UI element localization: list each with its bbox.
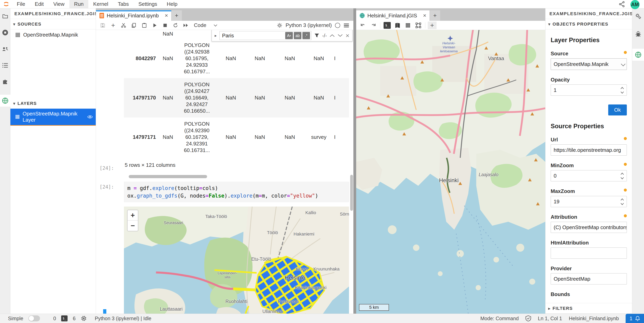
files-icon[interactable] [2, 13, 8, 19]
property-inspector-icon[interactable] [635, 13, 642, 19]
table-cell: 14797170 [124, 91, 158, 104]
map-label: Seurasaari [164, 221, 183, 225]
close-search-icon[interactable]: × [346, 32, 350, 39]
url-input[interactable]: https://tile.openstreetmap.org [551, 144, 627, 156]
panel-splitter[interactable] [354, 8, 356, 314]
zoom-out-button[interactable]: − [128, 221, 138, 231]
new-raster-layer-button[interactable] [404, 21, 412, 29]
redo-button[interactable] [369, 21, 378, 29]
menu-view[interactable]: View [48, 0, 69, 8]
filter-icon[interactable] [314, 33, 320, 38]
basemap-gallery-button[interactable] [393, 21, 402, 29]
new-vector-layer-button[interactable] [414, 21, 423, 29]
kernel-status-text[interactable]: Python 3 (ipykernel) | Idle [95, 316, 151, 322]
map-zoom-control[interactable]: + − [127, 210, 138, 231]
map-label: Hakaniemi [294, 232, 314, 237]
mode-indicator[interactable]: Mode: Command [480, 316, 519, 322]
filters-section-header[interactable]: ▸ FILTERS [546, 303, 632, 314]
search-expand-icon[interactable]: ▸ [215, 33, 217, 38]
scrollbar-thumb[interactable] [129, 175, 207, 178]
jgis-sidebar-icon[interactable] [0, 95, 10, 107]
source-select[interactable]: OpenStreetMap.Mapnik [551, 58, 627, 70]
source-item[interactable]: OpenStreetMap.Mapnik [10, 29, 96, 40]
cell-type-dropdown[interactable]: Code [192, 22, 219, 28]
close-tab-icon[interactable]: × [423, 12, 426, 19]
tab-notebook[interactable]: Helsinki_Finland.ipynb × [96, 10, 172, 21]
source-properties-title: Source Properties [551, 123, 627, 130]
layer-item-selected[interactable]: OpenStreetMap.Mapnik Layer [10, 109, 96, 126]
add-layer-button[interactable]: + [428, 21, 436, 29]
kernel-gear-icon[interactable] [277, 22, 282, 28]
menu-settings[interactable]: Settings [134, 0, 162, 8]
menu-run[interactable]: Run [69, 0, 88, 8]
visibility-eye-icon[interactable] [87, 114, 93, 119]
collaboration-icon[interactable] [2, 45, 8, 52]
maxzoom-input[interactable]: 19 [551, 196, 627, 207]
menu-file[interactable]: File [12, 0, 30, 8]
menu-tabs[interactable]: Tabs [113, 0, 134, 8]
map-label: Helsinki [439, 177, 459, 184]
extensions-icon[interactable] [2, 78, 8, 85]
layers-section-header[interactable]: ▾ LAYERS [10, 98, 96, 109]
toolbar-menu-icon[interactable] [344, 23, 350, 28]
restart-run-all-button[interactable] [182, 21, 190, 29]
user-avatar[interactable]: AM [630, 0, 640, 9]
share-icon[interactable] [618, 1, 625, 7]
jgis-properties-icon[interactable] [632, 49, 644, 61]
notifications-badge[interactable]: 1 [626, 314, 644, 323]
jgis-map-view[interactable]: VantaaHelsinkiLaajasalo Helsinki- Vantaa… [356, 30, 545, 314]
properties-form: Layer Properties Source OpenStreetMap.Ma… [546, 29, 632, 303]
tab-jgis[interactable]: Helsinki_Finland.jGIS × [356, 10, 430, 21]
next-match-icon[interactable] [338, 34, 343, 37]
debugger-icon[interactable] [635, 31, 642, 37]
kernel-name[interactable]: Python 3 (ipykernel) [286, 22, 332, 28]
previous-match-icon[interactable] [330, 34, 335, 37]
menu-kernel[interactable]: Kernel [88, 0, 113, 8]
menu-help[interactable]: Help [162, 0, 182, 8]
collapse-icon: ▾ [13, 22, 16, 26]
save-button[interactable] [98, 21, 107, 29]
table-of-contents-icon[interactable] [2, 62, 8, 69]
new-tab-button[interactable]: + [430, 10, 440, 21]
console-button[interactable]: $_ [383, 21, 392, 29]
paste-cells-button[interactable] [140, 21, 149, 29]
objects-properties-header[interactable]: ▾ OBJECTS PROPERTIES [546, 19, 632, 29]
stop-kernel-button[interactable] [161, 21, 170, 29]
zoom-in-button[interactable]: + [128, 210, 138, 221]
copy-cells-button[interactable] [130, 21, 138, 29]
regex-button[interactable]: .* [302, 32, 310, 39]
search-input[interactable]: Paris Aa ab .* [220, 31, 312, 40]
opacity-input[interactable]: 1 [551, 84, 627, 96]
horizontal-scrollbar[interactable] [124, 175, 349, 179]
minzoom-input[interactable]: 0 [551, 170, 627, 181]
undo-button[interactable] [358, 21, 367, 29]
htmlattribution-input[interactable] [551, 248, 627, 259]
code-cell[interactable]: m = gdf.explore(tooltip=cols) ox.graph_t… [124, 182, 349, 202]
provider-input[interactable]: OpenStreetMap [551, 273, 627, 285]
match-case-button[interactable]: Aa [285, 32, 293, 39]
close-tab-icon[interactable]: × [165, 12, 168, 19]
notebook-toolbar: + [96, 21, 354, 30]
attribution-input[interactable]: (C) OpenStreetMap contributors [551, 222, 627, 233]
stepper-icon[interactable] [620, 198, 624, 205]
vertical-scrollbar[interactable] [350, 175, 353, 211]
whole-word-button[interactable]: ab [294, 32, 302, 39]
running-sessions-icon[interactable] [2, 29, 8, 36]
stepper-icon[interactable] [620, 87, 624, 94]
menu-edit[interactable]: Edit [30, 0, 48, 8]
new-tab-button[interactable]: + [172, 10, 182, 21]
leaflet-map-output[interactable]: Taka-TöölöKallioSörnSeurasaariTöölöHakan… [124, 207, 349, 314]
notebook-content[interactable]: [24]: [24]: NaN 8042297NaNPOLYGON ((24.9… [96, 30, 354, 314]
run-cell-button[interactable] [150, 21, 159, 29]
active-file-name[interactable]: Helsinki_Finland.ipynb [569, 316, 619, 322]
restart-kernel-button[interactable] [171, 21, 180, 29]
cut-cells-button[interactable] [119, 21, 128, 29]
cursor-position[interactable]: Ln 1, Col 1 [538, 316, 562, 322]
layer-ok-button[interactable]: Ok [608, 104, 627, 115]
table-cell: I [332, 52, 338, 65]
input-prompt: [24]: [100, 165, 114, 171]
add-cell-button[interactable]: + [109, 21, 118, 29]
sources-section-header[interactable]: ▾ SOURCES [10, 19, 96, 29]
stepper-icon[interactable] [620, 172, 624, 180]
simple-mode-toggle[interactable] [28, 316, 40, 322]
